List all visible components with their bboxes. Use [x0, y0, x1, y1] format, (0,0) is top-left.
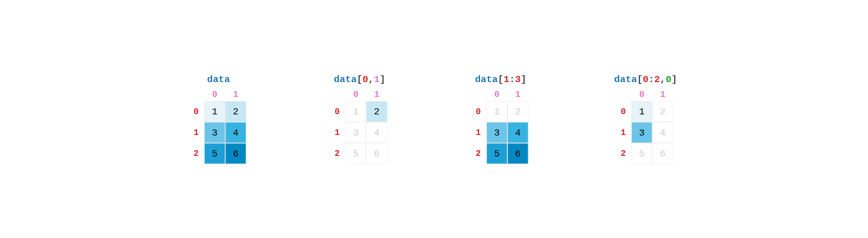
- title-part: ]: [521, 74, 527, 85]
- title-part: 3: [515, 74, 521, 85]
- cell-2-0: 5: [204, 143, 225, 164]
- cell-0-0: 1: [204, 101, 225, 122]
- row-header-1: 1: [473, 122, 486, 143]
- row-header-0: 0: [332, 101, 345, 122]
- panel-data-0-2-0: data[0:2,0] 0 1 0 1 2 1 3 4 2 5 6: [614, 74, 677, 164]
- panel-title: data[0,1]: [334, 74, 385, 85]
- cell-1-1: 4: [652, 122, 673, 143]
- cell-1-1: 4: [225, 122, 246, 143]
- cell-1-0: 3: [631, 122, 652, 143]
- cell-0-1: 2: [366, 101, 387, 122]
- col-header-0: 0: [631, 88, 652, 101]
- cell-0-1: 2: [507, 101, 528, 122]
- panel-data-1-3: data[1:3] 0 1 0 1 2 1 3 4 2 5 6: [473, 74, 528, 164]
- cell-1-1: 4: [366, 122, 387, 143]
- row-header-2: 2: [473, 143, 486, 164]
- cell-0-1: 2: [225, 101, 246, 122]
- title-part: ]: [671, 74, 677, 85]
- cell-2-0: 5: [345, 143, 366, 164]
- title-part: [: [498, 74, 504, 85]
- col-header-1: 1: [507, 88, 528, 101]
- title-part: data: [207, 74, 230, 85]
- cell-0-0: 1: [487, 101, 507, 122]
- row-header-2: 2: [618, 143, 631, 164]
- cell-0-0: 1: [631, 101, 652, 122]
- title-part: :: [649, 74, 654, 85]
- col-header-0: 0: [487, 88, 507, 101]
- row-header-0: 0: [473, 101, 486, 122]
- panel-data: data 0 1 0 1 2 1 3 4 2 5 6: [191, 74, 246, 164]
- panel-data-0-1: data[0,1] 0 1 0 1 2 1 3 4 2 5 6: [332, 74, 388, 164]
- cell-2-0: 5: [631, 143, 652, 164]
- row-header-2: 2: [332, 143, 345, 164]
- col-header-1: 1: [652, 88, 673, 101]
- diagram-container: data 0 1 0 1 2 1 3 4 2 5 6 data[0,1] 0 1…: [191, 74, 677, 164]
- grid-corner: [332, 88, 345, 101]
- title-part: data: [614, 74, 637, 85]
- title-part: ]: [380, 74, 385, 85]
- title-part: ,: [368, 74, 374, 85]
- row-header-1: 1: [332, 122, 345, 143]
- panel-title: data[1:3]: [475, 74, 527, 85]
- cell-1-0: 3: [345, 122, 366, 143]
- row-header-1: 1: [618, 122, 631, 143]
- row-header-1: 1: [191, 122, 204, 143]
- row-header-0: 0: [618, 101, 631, 122]
- panel-title: data[0:2,0]: [614, 74, 677, 85]
- row-header-0: 0: [191, 101, 204, 122]
- title-part: 0: [643, 74, 649, 85]
- cell-2-1: 6: [507, 143, 528, 164]
- col-header-0: 0: [345, 88, 366, 101]
- cell-1-0: 3: [487, 122, 507, 143]
- title-part: 0: [666, 74, 672, 85]
- array-grid: 0 1 0 1 2 1 3 4 2 5 6: [473, 88, 528, 164]
- title-part: data: [334, 74, 357, 85]
- panel-title: data: [207, 74, 230, 85]
- title-part: ,: [660, 74, 666, 85]
- title-part: :: [509, 74, 515, 85]
- cell-1-0: 3: [204, 122, 225, 143]
- cell-2-1: 6: [366, 143, 387, 164]
- cell-2-0: 5: [487, 143, 507, 164]
- cell-0-1: 2: [652, 101, 673, 122]
- title-part: [: [357, 74, 363, 85]
- cell-1-1: 4: [507, 122, 528, 143]
- grid-corner: [618, 88, 631, 101]
- cell-0-0: 1: [345, 101, 366, 122]
- title-part: [: [637, 74, 643, 85]
- col-header-1: 1: [366, 88, 387, 101]
- col-header-1: 1: [225, 88, 246, 101]
- row-header-2: 2: [191, 143, 204, 164]
- array-grid: 0 1 0 1 2 1 3 4 2 5 6: [191, 88, 246, 164]
- title-part: 1: [504, 74, 509, 85]
- array-grid: 0 1 0 1 2 1 3 4 2 5 6: [618, 88, 673, 164]
- grid-corner: [191, 88, 204, 101]
- title-part: 0: [363, 74, 368, 85]
- cell-2-1: 6: [225, 143, 246, 164]
- title-part: 1: [374, 74, 380, 85]
- col-header-0: 0: [204, 88, 225, 101]
- array-grid: 0 1 0 1 2 1 3 4 2 5 6: [332, 88, 388, 164]
- title-part: 2: [654, 74, 660, 85]
- grid-corner: [473, 88, 486, 101]
- title-part: data: [475, 74, 498, 85]
- cell-2-1: 6: [652, 143, 673, 164]
